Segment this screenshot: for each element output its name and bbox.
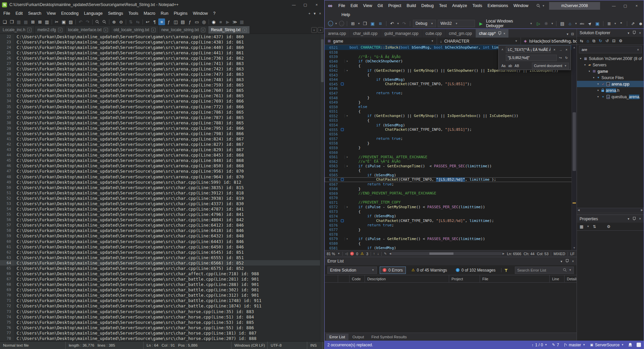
text-line[interactable]: 49 C:\Users\Furkan\Desktop\mainline_upda… xyxy=(0,179,320,185)
code-lines[interactable]: 65386539 //°Å·¡ °ü·Ã Ã¢ Ã¼Å©6540▾ if (bC… xyxy=(325,50,577,250)
zoom-out-icon[interactable]: ⊖ xyxy=(118,18,124,25)
word-wrap-icon[interactable]: ↩ xyxy=(144,18,151,25)
text-line[interactable]: 34 C:\Users\Furkan\Desktop\mainline_upda… xyxy=(0,99,320,104)
column-header-file[interactable]: File xyxy=(480,275,550,282)
code-line[interactable]: 6557 return true; xyxy=(325,136,577,141)
menu-language[interactable]: Language xyxy=(81,10,105,17)
text-line[interactable]: 27 C:\Users\Furkan\Desktop\mainline_upda… xyxy=(0,61,320,66)
expand-chevron-icon[interactable]: ▾ xyxy=(592,76,595,79)
type-dropdown[interactable]: ↓ CHARACTER ▼ xyxy=(437,38,521,45)
collapse-chevron-icon[interactable]: ˄ xyxy=(500,48,504,51)
scroll-down-icon[interactable]: ▼ xyxy=(572,245,577,250)
code-line[interactable]: 6544 if (bSendMsg) xyxy=(325,77,577,82)
code-line[interactable]: 6581 if (bSendMsg) xyxy=(325,246,577,250)
menu-run[interactable]: Run xyxy=(158,10,171,17)
fold-icon[interactable]: ▾ xyxy=(344,237,350,240)
scroll-right-icon[interactable]: ▶ xyxy=(502,252,504,255)
text-line[interactable]: 28 C:\Users\Furkan\Desktop\mainline_upda… xyxy=(0,66,320,71)
text-line[interactable]: 56 C:\Users\Furkan\Desktop\mainline_upda… xyxy=(0,217,320,223)
git-branch[interactable]: master ▼ xyxy=(564,343,586,347)
tab-result-string-txt[interactable]: Result_String.txt× xyxy=(208,26,250,34)
code-line[interactable]: 6566 ChatPacket(CHAT_TYPE_INFO, "[LS;852… xyxy=(325,177,577,182)
text-line[interactable]: 30 C:\Users\Furkan\Desktop\mainline_upda… xyxy=(0,77,320,82)
code-line[interactable]: 6560 xyxy=(325,150,577,155)
live-share-icon[interactable]: ☻ xyxy=(638,20,644,27)
code-editor[interactable]: 6521bool CHARACTER::IsHack(bool bSendMsg… xyxy=(325,45,577,250)
paste-icon[interactable]: ▨ xyxy=(67,18,74,25)
copy-icon[interactable]: ▣ xyxy=(60,18,67,25)
scope-filter-dropdown[interactable]: Entire Solution ▼ xyxy=(327,267,377,274)
scrollbar-thumb[interactable] xyxy=(573,112,576,171)
text-line[interactable]: 63 C:\Users\Furkan\Desktop\mainline_upda… xyxy=(0,255,320,260)
menu-file[interactable]: File xyxy=(336,2,348,9)
close-icon[interactable]: × xyxy=(639,217,641,221)
code-line[interactable]: 6549 } xyxy=(325,100,577,105)
text-line[interactable]: 57 C:\Users\Furkan\Desktop\mainline_upda… xyxy=(0,223,320,228)
project-game[interactable]: ▾⊞game xyxy=(577,68,644,74)
text-line[interactable]: 51 C:\Users\Furkan\Desktop\mainline_upda… xyxy=(0,190,320,195)
code-line[interactable]: 6567 return true; xyxy=(325,182,577,187)
notepadpp-titlebar[interactable]: N C:\Users\Furkan\Desktop\mainline_updat… xyxy=(0,0,324,9)
panel-tab-output[interactable]: Output xyxy=(349,334,368,340)
code-line[interactable]: 6554 if (bSendMsg) xyxy=(325,123,577,127)
code-line[interactable]: 6570 xyxy=(325,196,577,200)
clear-icon[interactable]: × xyxy=(552,48,557,52)
close-tab-icon[interactable]: × xyxy=(201,28,205,32)
pin-icon[interactable] xyxy=(566,259,569,263)
replace-input[interactable]: "[LS;852;%d]" xyxy=(506,55,557,61)
close-icon[interactable]: × xyxy=(503,32,505,35)
solution-name-box[interactable]: m2server.2008 xyxy=(549,2,600,10)
column-header-code[interactable]: Code xyxy=(350,275,365,282)
minimize-icon[interactable]: — xyxy=(608,2,620,9)
menu-window[interactable]: Window xyxy=(190,10,210,17)
column-header-icon[interactable] xyxy=(338,275,350,282)
quote-icon[interactable]: ❞ xyxy=(618,20,624,27)
filter-source-files[interactable]: ▾▼Source Files xyxy=(577,74,644,81)
vertical-scrollbar[interactable] xyxy=(320,34,324,341)
scroll-right-icon[interactable]: ▶ xyxy=(641,209,643,212)
tab-cmd-gm-cpp[interactable]: cmd_gm.cpp xyxy=(445,29,476,38)
text-line[interactable]: 73 C:\Users\Furkan\Desktop\mainline_upda… xyxy=(0,309,320,314)
menu-extra-close-icon[interactable]: × xyxy=(319,12,321,15)
scroll-up-icon[interactable]: ▲ xyxy=(572,45,577,50)
text-line[interactable]: 55 C:\Users\Furkan\Desktop\mainline_upda… xyxy=(0,212,320,217)
sort-lines-icon[interactable]: ≣ xyxy=(606,20,612,27)
solution-explorer-header[interactable]: Solution Explorer ▾ × xyxy=(577,29,644,37)
folder-servers[interactable]: ▾▰Servers xyxy=(577,62,644,68)
text-line[interactable]: 77 C:\Users\Furkan\Desktop\mainline_upda… xyxy=(0,330,320,336)
menu-search[interactable]: Search xyxy=(25,10,44,17)
sync-status[interactable]: ↑ 1 / 0 ▼ xyxy=(532,343,547,347)
browser-icon[interactable]: ◎ xyxy=(201,18,207,25)
code-line[interactable]: 6580 { xyxy=(325,241,577,246)
tab-char-cpp-[interactable]: char.cpp*× xyxy=(476,29,509,38)
text-line[interactable]: 29 C:\Users\Furkan\Desktop\mainline_upda… xyxy=(0,72,320,77)
edit-marker-icon[interactable]: ✎ xyxy=(384,252,387,255)
code-line[interactable]: 6579▾ if (iPulse - GetRefineTime() < PAS… xyxy=(325,237,577,241)
menu-help[interactable]: Help xyxy=(339,11,353,18)
share-icon[interactable]: ⇗ xyxy=(630,20,636,27)
column-header-line[interactable]: Line xyxy=(550,275,565,282)
text-content[interactable]: 22 C:\Users\Furkan\Desktop\mainline_upda… xyxy=(0,34,320,341)
menu-?[interactable]: ? xyxy=(210,10,218,17)
fold-icon[interactable]: ▾ xyxy=(344,206,350,209)
text-line[interactable]: 53 C:\Users\Furkan\Desktop\mainline_upda… xyxy=(0,201,320,206)
text-line[interactable]: 59 C:\Users\Furkan\Desktop\mainline_upda… xyxy=(0,233,320,239)
warning-count[interactable]: 3 xyxy=(366,252,368,256)
maximize-icon[interactable]: ▢ xyxy=(620,2,631,9)
code-line[interactable]: 6553 { xyxy=(325,118,577,123)
menu-view[interactable]: View xyxy=(44,10,58,17)
properties-header[interactable]: Properties ▾ × xyxy=(577,215,644,223)
feedback-badge[interactable] xyxy=(637,343,641,347)
replace-all-icon[interactable]: ↻ xyxy=(564,56,569,60)
close-tab-icon[interactable]: × xyxy=(151,28,156,32)
close-icon[interactable]: × xyxy=(564,48,569,52)
run-macro-multiple-icon[interactable]: ≫ xyxy=(231,18,238,25)
spell-check-icon[interactable]: abc xyxy=(579,20,585,27)
scroll-left-icon[interactable]: ◀ xyxy=(578,209,580,212)
copy-icon[interactable]: ▣ xyxy=(594,20,600,27)
chevron-down-icon[interactable]: ▾ xyxy=(628,31,629,35)
panel-tab-error-list[interactable]: Error List xyxy=(326,334,348,340)
save-all-icon[interactable]: ⧈ xyxy=(377,20,383,27)
scope-dropdown[interactable]: Current document ▼ xyxy=(532,63,569,69)
prev-issue-icon[interactable]: ↑ xyxy=(373,252,375,255)
